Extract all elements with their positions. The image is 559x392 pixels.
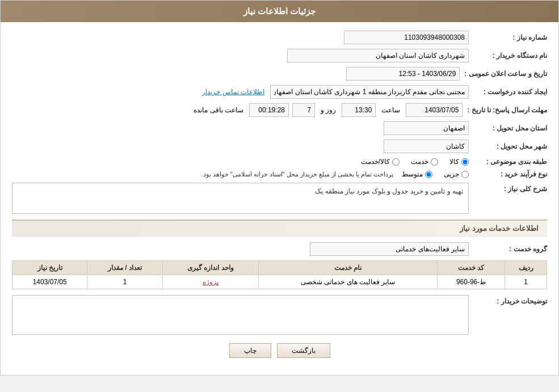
category-option-khedmat[interactable]: خدمت bbox=[411, 158, 438, 166]
creator-row: ایجاد کننده درخواست : اطلاعات تماس خریدا… bbox=[12, 85, 547, 99]
watermark-container bbox=[12, 183, 469, 214]
unit-link[interactable]: پروژه bbox=[203, 278, 218, 286]
service-group-row: گروه خدمت : bbox=[12, 242, 547, 256]
col-code: کد خدمت bbox=[437, 261, 505, 275]
print-button[interactable]: چاپ bbox=[229, 343, 271, 358]
category-label-khedmat: خدمت bbox=[411, 158, 428, 166]
services-table: ردیف کد خدمت نام خدمت واحد اندازه گیری ت… bbox=[12, 260, 547, 289]
page-header: جزئیات اطلاعات نیاز bbox=[1, 1, 558, 22]
purchase-type-radio-group: جزیی متوسط bbox=[402, 170, 469, 178]
announcement-label: تاریخ و ساعت اعلان عمومی : bbox=[464, 70, 547, 78]
buyer-notes-label: توضیحات خریدار : bbox=[473, 295, 547, 305]
purchase-type-radio-motevaset[interactable] bbox=[425, 171, 432, 178]
col-name: نام خدمت bbox=[259, 261, 438, 275]
col-row-num: ردیف bbox=[505, 261, 547, 275]
buyer-notes-textarea[interactable] bbox=[12, 295, 469, 335]
deadline-remaining-label: ساعت باقی مانده bbox=[194, 106, 243, 114]
col-unit: واحد اندازه گیری bbox=[162, 261, 258, 275]
purchase-type-label-motevaset: متوسط bbox=[402, 170, 423, 178]
cell-date: 1403/07/05 bbox=[12, 275, 87, 289]
purchase-type-radio-jozii[interactable] bbox=[461, 171, 469, 178]
deadline-row: مهلت ارسال پاسخ: تا تاریخ : ساعت روز و س… bbox=[12, 103, 547, 117]
button-area: بازگشت چاپ bbox=[12, 343, 547, 366]
category-row: طبقه بندی موضوعی : کالا خدمت کالا/خدمت bbox=[12, 158, 547, 166]
deadline-time-input[interactable] bbox=[342, 103, 376, 117]
cell-name: سایر فعالیت های خدماتی شخصی bbox=[259, 275, 438, 289]
need-number-row: شماره نیاز : bbox=[12, 31, 547, 44]
page-title: جزئیات اطلاعات نیاز bbox=[243, 6, 316, 16]
deadline-date-row: ساعت روز و ساعت باقی مانده bbox=[191, 103, 463, 117]
cell-row-num: 1 bbox=[505, 275, 547, 289]
delivery-province-label: استان محل تحویل : bbox=[473, 124, 547, 132]
delivery-province-row: استان محل تحویل : bbox=[12, 121, 547, 135]
category-label: طبقه بندی موضوعی : bbox=[473, 158, 547, 166]
buyer-org-row: نام دستگاه خریدار : bbox=[12, 49, 547, 62]
category-radio-kala[interactable] bbox=[461, 158, 469, 166]
col-date: تاریخ نیاز bbox=[12, 261, 87, 275]
table-header: ردیف کد خدمت نام خدمت واحد اندازه گیری ت… bbox=[12, 261, 547, 275]
purchase-type-label-jozii: جزیی bbox=[444, 170, 459, 178]
cell-qty: 1 bbox=[87, 275, 162, 289]
category-option-kala-khedmat[interactable]: کالا/خدمت bbox=[361, 158, 400, 166]
category-radio-kala-khedmat[interactable] bbox=[392, 158, 400, 166]
contact-link[interactable]: اطلاعات تماس خریدار bbox=[202, 88, 264, 96]
buyer-org-label: نام دستگاه خریدار : bbox=[473, 52, 547, 60]
back-button[interactable]: بازگشت bbox=[277, 343, 330, 358]
category-radio-khedmat[interactable] bbox=[431, 158, 438, 166]
purchase-type-jozii[interactable]: جزیی bbox=[444, 170, 469, 178]
services-section-title: اطلاعات خدمات مورد نیاز bbox=[12, 220, 547, 237]
delivery-province-input[interactable] bbox=[384, 121, 469, 135]
need-number-input[interactable] bbox=[344, 31, 469, 44]
need-number-label: شماره نیاز : bbox=[473, 33, 547, 41]
table-body: 1 ط-96-960 سایر فعالیت های خدماتی شخصی پ… bbox=[12, 275, 547, 289]
content-area: شماره نیاز : نام دستگاه خریدار : تاریخ و… bbox=[1, 22, 558, 375]
table-row: 1 ط-96-960 سایر فعالیت های خدماتی شخصی پ… bbox=[12, 275, 547, 289]
service-group-label: گروه خدمت : bbox=[473, 245, 547, 253]
announcement-input[interactable] bbox=[346, 67, 460, 81]
deadline-days-label: روز و bbox=[321, 106, 336, 114]
delivery-city-row: شهر محل تحویل : bbox=[12, 140, 547, 153]
category-option-kala[interactable]: کالا bbox=[449, 158, 469, 166]
deadline-days-input[interactable] bbox=[292, 103, 315, 117]
deadline-time-label: ساعت bbox=[381, 106, 400, 114]
cell-unit[interactable]: پروژه bbox=[162, 275, 258, 289]
deadline-label: مهلت ارسال پاسخ: تا تاریخ : bbox=[467, 106, 547, 114]
purchase-type-motevaset[interactable]: متوسط bbox=[402, 170, 432, 178]
announcement-row: تاریخ و ساعت اعلان عمومی : bbox=[12, 67, 547, 81]
description-label: شرح کلی نیاز : bbox=[473, 183, 547, 193]
purchase-type-row: نوع فرآیند خرید : جزیی متوسط پرداخت تمام… bbox=[12, 170, 547, 178]
category-label-kala: کالا bbox=[449, 158, 459, 166]
deadline-date-input[interactable] bbox=[406, 103, 463, 117]
col-qty: تعداد / مقدار bbox=[87, 261, 162, 275]
page-wrapper: جزئیات اطلاعات نیاز شماره نیاز : نام دست… bbox=[0, 0, 559, 376]
buyer-notes-row: توضیحات خریدار : bbox=[12, 295, 547, 335]
cell-code: ط-96-960 bbox=[437, 275, 505, 289]
deadline-remaining-input[interactable] bbox=[249, 103, 289, 117]
delivery-city-input[interactable] bbox=[384, 140, 469, 153]
delivery-city-label: شهر محل تحویل : bbox=[473, 142, 547, 150]
creator-input[interactable] bbox=[270, 85, 469, 99]
table-header-row: ردیف کد خدمت نام خدمت واحد اندازه گیری ت… bbox=[12, 261, 547, 275]
description-row: شرح کلی نیاز : تهیه و تامین و خرید جدول … bbox=[12, 183, 547, 214]
category-label-kala-khedmat: کالا/خدمت bbox=[361, 158, 390, 166]
service-group-input[interactable] bbox=[310, 242, 469, 256]
category-radio-group: کالا خدمت کالا/خدمت bbox=[361, 158, 469, 166]
description-textarea[interactable] bbox=[12, 183, 469, 214]
buyer-org-input[interactable] bbox=[287, 49, 469, 62]
purchase-type-note: پرداخت تمام یا بخشی از مبلغ خریداز محل "… bbox=[201, 171, 393, 178]
creator-label: ایجاد کننده درخواست : bbox=[473, 88, 547, 96]
purchase-type-label: نوع فرآیند خرید : bbox=[473, 170, 547, 178]
